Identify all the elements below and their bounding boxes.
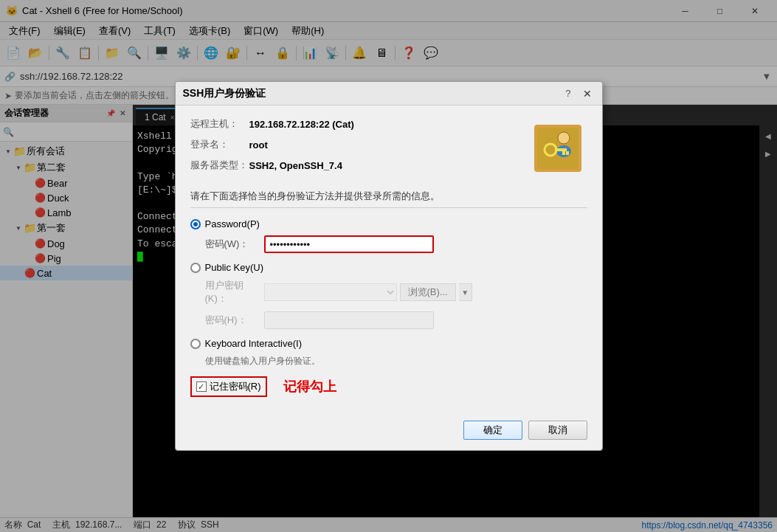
remote-host-row: 远程主机： 192.168.72.128:22 (Cat): [190, 117, 517, 131]
server-type-label: 服务器类型：: [190, 159, 249, 172]
key-icon: [534, 125, 581, 172]
login-name-value: root: [249, 139, 268, 151]
remember-label: 记住密码(R): [210, 380, 261, 393]
browse-button[interactable]: 浏览(B)...: [400, 283, 456, 301]
publickey-radio[interactable]: [190, 263, 201, 273]
modal-footer: 确定 取消: [176, 415, 602, 450]
login-name-row: 登录名： root: [190, 138, 517, 151]
server-type-row: 服务器类型： SSH2, OpenSSH_7.4: [190, 159, 517, 172]
modal-titlebar: SSH用户身份验证 ? ✕: [176, 82, 602, 106]
publickey-label: Public Key(U): [205, 262, 263, 273]
svg-rect-6: [566, 151, 569, 155]
modal-instruction: 请在下面选择恰当的身份验证方法并提供登录所需的信息。: [190, 190, 587, 208]
modal-info-table: 远程主机： 192.168.72.128:22 (Cat) 登录名： root …: [190, 117, 517, 179]
ssh-auth-dialog: SSH用户身份验证 ? ✕ 远程主机： 192.168.72.128:22 (C…: [175, 81, 603, 451]
password-field-label: 密码(W)：: [205, 238, 264, 251]
modal-title: SSH用户身份验证: [183, 87, 266, 100]
auth-publickey-header: Public Key(U): [190, 262, 587, 273]
auth-keyboard-header: Keyboard Interactive(I): [190, 338, 587, 349]
keyboard-description: 使用键盘输入用户身份验证。: [205, 355, 587, 367]
keyboard-label: Keyboard Interactive(I): [205, 338, 303, 349]
key-person-svg: [537, 128, 579, 169]
svg-rect-5: [562, 151, 565, 155]
remember-checkbox-container[interactable]: ✓ 记住密码(R): [190, 376, 267, 397]
password-input[interactable]: [264, 235, 434, 253]
auth-publickey-section: Public Key(U) 用户密钥(K)： 浏览(B)... ▼ 密码(H)：: [190, 262, 587, 329]
svg-rect-4: [555, 148, 567, 151]
modal-icon-area: [528, 117, 587, 179]
pubkey-password-row: 密码(H)：: [205, 311, 587, 329]
remote-host-label: 远程主机：: [190, 117, 249, 131]
userkey-select[interactable]: [264, 283, 397, 301]
public-key-row: 浏览(B)... ▼: [264, 283, 472, 301]
remember-section: ✓ 记住密码(R) 记得勾上: [190, 376, 587, 397]
modal-help-btn[interactable]: ?: [565, 88, 570, 99]
remember-checkbox[interactable]: ✓: [196, 381, 207, 392]
keyboard-radio[interactable]: [190, 339, 201, 349]
pubkey-password-label: 密码(H)：: [205, 314, 264, 327]
modal-body: 远程主机： 192.168.72.128:22 (Cat) 登录名： root …: [176, 106, 602, 415]
userkey-field-row: 用户密钥(K)： 浏览(B)... ▼: [205, 279, 587, 305]
modal-close-btn[interactable]: ✕: [580, 86, 595, 101]
reminder-text: 记得勾上: [283, 378, 336, 395]
auth-password-header: Password(P): [190, 218, 587, 229]
server-type-value: SSH2, OpenSSH_7.4: [249, 160, 342, 171]
password-radio[interactable]: [190, 219, 201, 229]
svg-point-1: [558, 132, 570, 144]
password-field-row: 密码(W)：: [205, 235, 587, 253]
auth-password-section: Password(P) 密码(W)：: [190, 218, 587, 253]
browse-dropdown[interactable]: ▼: [459, 283, 472, 301]
cancel-button[interactable]: 取消: [528, 421, 587, 440]
userkey-label: 用户密钥(K)：: [205, 279, 264, 305]
pubkey-password-input[interactable]: [264, 311, 434, 329]
ok-button[interactable]: 确定: [463, 421, 522, 440]
modal-titlebar-controls: ? ✕: [565, 86, 594, 101]
remote-host-value: 192.168.72.128:22 (Cat): [249, 119, 354, 130]
modal-overlay: SSH用户身份验证 ? ✕ 远程主机： 192.168.72.128:22 (C…: [0, 0, 777, 532]
password-label: Password(P): [205, 218, 260, 229]
modal-info-section: 远程主机： 192.168.72.128:22 (Cat) 登录名： root …: [190, 117, 587, 179]
auth-keyboard-section: Keyboard Interactive(I) 使用键盘输入用户身份验证。: [190, 338, 587, 367]
login-name-label: 登录名：: [190, 138, 249, 151]
